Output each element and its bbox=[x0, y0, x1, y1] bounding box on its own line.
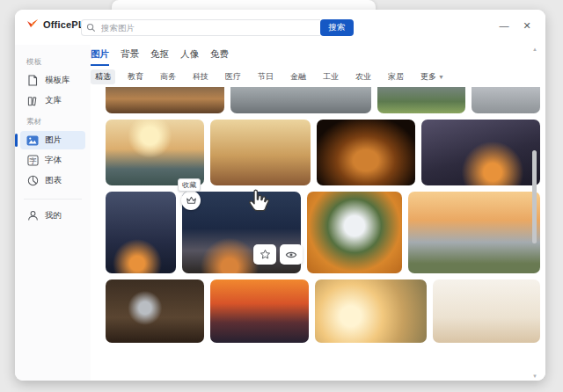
template-library-icon bbox=[26, 75, 39, 87]
selected-indicator bbox=[15, 134, 18, 147]
preview-button[interactable] bbox=[280, 244, 303, 265]
sidebar-item-template-library[interactable]: 模板库 bbox=[20, 71, 85, 90]
category-chip-农业[interactable]: 农业 bbox=[351, 69, 376, 84]
category-bar: 精选教育商务科技医疗节日金融工业农业家居更多▼ bbox=[91, 69, 449, 84]
star-icon bbox=[260, 249, 271, 260]
photo-tent-view-forest[interactable] bbox=[307, 192, 402, 273]
window-controls: — ✕ bbox=[497, 18, 534, 33]
category-chip-更多[interactable]: 更多▼ bbox=[416, 69, 449, 84]
gallery-row bbox=[106, 192, 540, 273]
favorite-tooltip: 收藏 bbox=[178, 178, 201, 192]
image-hover-actions bbox=[253, 244, 303, 265]
close-button[interactable]: ✕ bbox=[520, 18, 534, 33]
photo-campfire-kettle[interactable] bbox=[106, 279, 204, 343]
photo-milky-way-tent[interactable] bbox=[421, 120, 540, 185]
sidebar-item-label: 图表 bbox=[45, 175, 62, 186]
category-chip-医疗[interactable]: 医疗 bbox=[221, 69, 245, 84]
category-chip-精选[interactable]: 精选 bbox=[91, 69, 115, 84]
scroll-up-arrow[interactable]: ▲ bbox=[532, 47, 537, 52]
sidebar: 模板模板库文库素材图片字字体图表 我的 bbox=[15, 45, 91, 381]
sidebar-item-font[interactable]: 字字体 bbox=[20, 151, 85, 170]
photo-canal-town-sunset[interactable] bbox=[106, 120, 204, 185]
tab-免费[interactable]: 免费 bbox=[210, 48, 229, 66]
sidebar-item-document-library[interactable]: 文库 bbox=[20, 91, 85, 110]
photo-starry-forest-camp[interactable] bbox=[106, 192, 176, 273]
photo-aqueduct-bridge[interactable] bbox=[106, 87, 224, 113]
photo-great-wall-steps[interactable] bbox=[230, 87, 371, 113]
search-input[interactable] bbox=[81, 19, 320, 36]
chevron-down-icon: ▼ bbox=[438, 74, 444, 80]
sidebar-divider bbox=[24, 199, 82, 200]
scrollbar-thumb[interactable] bbox=[532, 150, 537, 243]
sidebar-item-label: 模板库 bbox=[45, 75, 70, 86]
photo-stone-walkway[interactable] bbox=[472, 87, 540, 113]
category-chip-金融[interactable]: 金融 bbox=[286, 69, 311, 84]
category-chip-教育[interactable]: 教育 bbox=[123, 69, 148, 84]
scrollbar bbox=[532, 103, 537, 323]
tab-bar: 图片背景免抠人像免费 bbox=[91, 48, 229, 66]
font-icon: 字 bbox=[26, 155, 39, 167]
sidebar-section-label: 模板 bbox=[26, 57, 91, 68]
search-button[interactable]: 搜索 bbox=[320, 19, 354, 36]
svg-text:字: 字 bbox=[29, 156, 37, 165]
header: OfficePLUS 搜索 — ✕ bbox=[15, 10, 545, 45]
photo-bright-interior-chair[interactable] bbox=[433, 279, 540, 343]
sidebar-item-label: 字体 bbox=[45, 155, 62, 166]
search-bar: 搜索 bbox=[81, 19, 354, 36]
scroll-down-arrow[interactable]: ▼ bbox=[532, 374, 537, 379]
crown-badge-button[interactable] bbox=[181, 191, 201, 210]
gallery-row bbox=[106, 87, 540, 113]
category-chip-科技[interactable]: 科技 bbox=[188, 69, 213, 84]
crown-icon bbox=[186, 195, 197, 206]
category-chip-节日[interactable]: 节日 bbox=[253, 69, 278, 84]
gallery-row bbox=[106, 279, 540, 343]
sidebar-item-mine[interactable]: 我的 bbox=[20, 207, 85, 225]
photo-lakeside-camping-sunset[interactable] bbox=[408, 192, 540, 273]
sidebar-item-label: 我的 bbox=[45, 210, 62, 221]
category-chip-商务[interactable]: 商务 bbox=[156, 69, 180, 84]
search-icon bbox=[86, 23, 96, 33]
tab-背景[interactable]: 背景 bbox=[121, 48, 139, 66]
chart-icon bbox=[26, 175, 39, 187]
document-library-icon bbox=[26, 95, 39, 107]
photo-city-skyline-sunset[interactable] bbox=[210, 279, 309, 343]
sidebar-section-label: 素材 bbox=[26, 117, 91, 127]
star-favorite-button[interactable] bbox=[253, 244, 276, 265]
photo-pagoda-night[interactable] bbox=[317, 120, 415, 185]
main-content: 图片背景免抠人像免费 精选教育商务科技医疗节日金融工业农业家居更多▼ 收藏 bbox=[91, 45, 545, 381]
user-icon bbox=[26, 210, 39, 222]
photo-forbidden-city-roofs[interactable] bbox=[210, 120, 311, 185]
officeplus-window: OfficePLUS 搜索 — ✕ 模板模板库文库素材图片字字体图表 我的 图片… bbox=[15, 10, 545, 381]
tab-图片[interactable]: 图片 bbox=[91, 48, 109, 66]
category-chip-家居[interactable]: 家居 bbox=[384, 69, 408, 84]
photo-lake-boat-sunrise[interactable] bbox=[315, 279, 427, 343]
image-gallery: 收藏 bbox=[106, 87, 540, 348]
image-icon bbox=[26, 134, 39, 147]
category-chip-工业[interactable]: 工业 bbox=[318, 69, 343, 84]
sidebar-item-chart[interactable]: 图表 bbox=[20, 171, 85, 190]
sidebar-item-image[interactable]: 图片 bbox=[20, 131, 85, 149]
minimize-button[interactable]: — bbox=[497, 18, 511, 33]
eye-icon bbox=[285, 250, 297, 260]
photo-mountain-village[interactable] bbox=[377, 87, 465, 113]
sidebar-item-label: 文库 bbox=[45, 95, 62, 106]
tab-免抠[interactable]: 免抠 bbox=[150, 48, 169, 66]
officeplus-logo-icon bbox=[26, 18, 39, 30]
sidebar-item-label: 图片 bbox=[45, 134, 62, 146]
gallery-row bbox=[106, 120, 540, 185]
tab-人像[interactable]: 人像 bbox=[180, 48, 199, 66]
